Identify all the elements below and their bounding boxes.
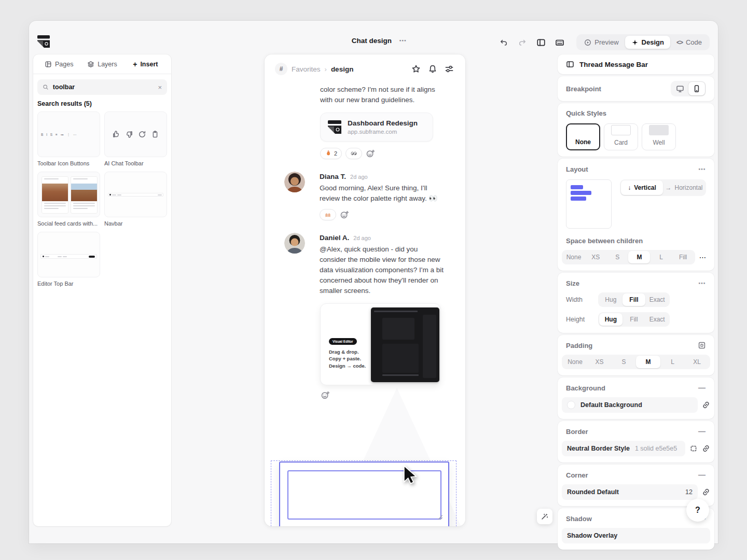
add-reaction-icon[interactable] <box>340 210 349 219</box>
space-s-button[interactable]: S <box>606 251 628 263</box>
arrow-right-icon: → <box>665 184 671 191</box>
breakpoint-mobile-button[interactable] <box>688 82 705 95</box>
reaction-fire[interactable]: 2 <box>320 148 342 159</box>
link-icon <box>702 401 710 409</box>
padding-xl-button[interactable]: XL <box>685 356 709 368</box>
layout-vertical-button[interactable]: ↓ Vertical <box>621 180 663 195</box>
magic-wand-button[interactable] <box>537 509 552 524</box>
height-fill-button[interactable]: Fill <box>622 313 646 326</box>
resize-handle-icon[interactable] <box>437 514 443 520</box>
thread-message-bar[interactable]: + @ <box>279 461 449 526</box>
card-swatch <box>611 125 631 135</box>
title-overflow-menu[interactable]: ⋯ <box>399 36 407 45</box>
eyes-emoji-icon <box>350 150 357 157</box>
add-reaction-icon[interactable] <box>366 149 375 158</box>
undo-button[interactable] <box>496 35 511 50</box>
preview-mode-button[interactable]: Preview <box>578 36 625 49</box>
height-exact-button[interactable]: Exact <box>645 313 669 326</box>
bell-icon[interactable] <box>428 64 437 74</box>
settings-sliders-icon[interactable] <box>445 64 454 74</box>
height-label: Height <box>566 316 593 323</box>
height-hug-button[interactable]: Hug <box>599 313 622 326</box>
reaction-hands[interactable] <box>320 209 336 220</box>
result-card-toolbar-icon-buttons[interactable]: B I S ≡ ≔ ⋮ ⋯ Toolbar Icon Buttons <box>37 111 100 166</box>
image-attachment[interactable]: Visual Editor Drag & drop. Copy + paste.… <box>320 303 441 385</box>
star-icon[interactable] <box>411 64 421 74</box>
border-value-button[interactable]: Neutral Border Style 1 solid e5e5e5 <box>562 441 685 456</box>
app-logo-icon[interactable] <box>37 35 50 48</box>
phone-icon <box>693 85 701 93</box>
corner-link-button[interactable] <box>702 488 710 496</box>
tab-insert[interactable]: + Insert <box>125 54 166 74</box>
padding-l-button[interactable]: L <box>660 356 685 368</box>
shadow-value-button[interactable]: Shadow Overlay <box>562 528 710 543</box>
result-card-navbar[interactable]: Navbar <box>104 172 167 227</box>
quick-style-card[interactable]: Card <box>604 123 638 150</box>
sender-name[interactable]: Diana T. <box>320 173 346 180</box>
message-timestamp: 2d ago <box>353 235 371 241</box>
space-menu-button[interactable]: ⋯ <box>699 254 706 261</box>
space-none-button[interactable]: None <box>563 251 585 263</box>
corner-value-button[interactable]: Rounded Default 12 <box>562 484 698 500</box>
width-fill-button[interactable]: Fill <box>622 293 646 306</box>
help-button[interactable]: ? <box>686 499 709 522</box>
padding-s-button[interactable]: S <box>612 356 636 368</box>
code-mode-button[interactable]: <> Code <box>670 36 708 49</box>
space-xs-button[interactable]: XS <box>585 251 606 263</box>
width-exact-button[interactable]: Exact <box>645 293 669 306</box>
padding-m-button[interactable]: M <box>636 356 660 368</box>
breakpoint-label: Breakpoint <box>566 85 601 93</box>
component-label: Social feed cards with... <box>37 220 100 227</box>
link-preview-card[interactable]: Dashboard Redesign app.subframe.com <box>320 113 433 142</box>
space-fill-button[interactable]: Fill <box>672 251 694 263</box>
tab-pages[interactable]: Pages <box>38 54 79 74</box>
tab-layers[interactable]: Layers <box>81 54 122 74</box>
background-collapse-button[interactable]: — <box>698 384 706 392</box>
design-mode-button[interactable]: Design <box>625 36 670 49</box>
keyboard-icon <box>555 38 564 47</box>
breadcrumb-current[interactable]: design <box>331 65 354 73</box>
reaction-eyes[interactable] <box>345 148 362 159</box>
avatar-diana[interactable] <box>284 172 305 192</box>
fire-emoji-icon <box>325 150 332 157</box>
component-thumbnail <box>37 232 100 277</box>
chat-design-frame[interactable]: # Favorites › design color scheme? I'm n… <box>265 54 465 526</box>
layout-menu-button[interactable]: ⋯ <box>698 165 706 173</box>
result-card-ai-chat-toolbar[interactable]: AI Chat Toolbar <box>104 111 167 166</box>
padding-none-button[interactable]: None <box>563 356 587 368</box>
border-link-button[interactable] <box>702 444 710 453</box>
keyboard-shortcuts-button[interactable] <box>552 35 567 50</box>
quick-style-none[interactable]: None <box>566 123 600 150</box>
space-l-button[interactable]: L <box>650 251 672 263</box>
padding-sides-button[interactable] <box>698 341 706 349</box>
search-input[interactable] <box>53 83 154 91</box>
document-title[interactable]: Chat design <box>352 37 392 45</box>
avatar-daniel[interactable] <box>284 233 305 254</box>
background-link-button[interactable] <box>702 401 710 409</box>
space-m-button[interactable]: M <box>628 251 650 263</box>
background-value-button[interactable]: Default Background <box>562 397 698 413</box>
result-card-social-feed-cards[interactable]: Social feed cards with... <box>37 172 100 227</box>
padding-xs-button[interactable]: XS <box>587 356 612 368</box>
size-label: Size <box>566 279 579 287</box>
result-card-editor-top-bar[interactable]: Editor Top Bar <box>37 232 100 287</box>
size-menu-button[interactable]: ⋯ <box>698 279 706 287</box>
breadcrumb-parent[interactable]: Favorites <box>292 65 321 73</box>
width-hug-button[interactable]: Hug <box>599 293 622 306</box>
layout-horizontal-button[interactable]: → Horizontal <box>663 180 705 195</box>
breakpoint-desktop-button[interactable] <box>672 82 688 95</box>
panel-left-icon <box>536 38 546 47</box>
toggle-left-panel-button[interactable] <box>534 35 548 50</box>
layout-label: Layout <box>566 165 588 173</box>
quick-style-well[interactable]: Well <box>642 123 676 150</box>
redo-button[interactable] <box>515 35 530 50</box>
clear-search-button[interactable]: × <box>158 83 162 91</box>
breakpoint-section: Breakpoint <box>558 76 714 101</box>
height-switcher: Hug Fill Exact <box>598 312 670 327</box>
sender-name[interactable]: Daniel A. <box>320 234 349 242</box>
border-sides-button[interactable] <box>689 444 698 453</box>
border-collapse-button[interactable]: — <box>698 427 706 436</box>
corner-collapse-button[interactable]: — <box>698 471 706 479</box>
play-circle-icon <box>584 39 591 46</box>
raised-hands-emoji-icon <box>324 211 331 218</box>
